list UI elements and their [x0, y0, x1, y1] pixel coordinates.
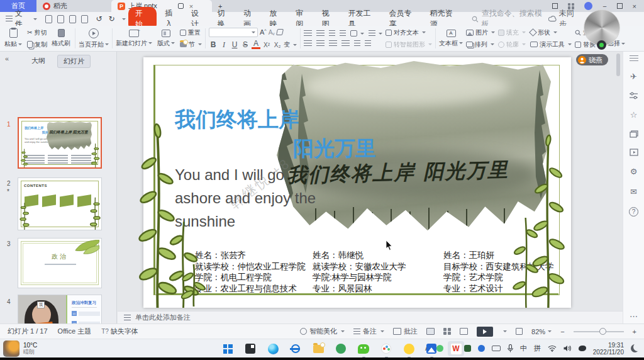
decrease-indent-icon[interactable] [329, 30, 335, 37]
distribute-icon[interactable] [354, 40, 360, 47]
rail-more-icon[interactable]: ⋯ [630, 312, 638, 321]
reading-view-button[interactable] [460, 328, 468, 335]
tray-globe-icon[interactable] [478, 345, 485, 352]
rail-beautify-icon[interactable]: ☆ [630, 110, 638, 120]
text-direction-button[interactable] [350, 30, 364, 37]
line-spacing-button[interactable] [369, 30, 382, 37]
outline-button[interactable]: 轮廓 [498, 40, 526, 49]
weather-widget[interactable]: 10°C晴朗 [0, 340, 37, 357]
layout-button[interactable]: 版式 [155, 30, 177, 48]
person-info-2[interactable]: 姓名：韩继悦就读学校：安徽农业大学学院:林学与园林学院专业：风景园林 [313, 250, 406, 294]
ime-language-indicator[interactable]: 中 [520, 344, 527, 353]
fill-button[interactable]: 填充 [498, 28, 526, 37]
slide-thumbnail-1[interactable]: 我们终将上岸阳光万里 You and I will go ashore and … [18, 117, 102, 169]
wechat-icon[interactable] [357, 342, 370, 355]
notes-toggle-button[interactable]: 备注 [353, 327, 384, 336]
increase-indent-icon[interactable] [340, 30, 346, 37]
superscript-button[interactable]: X² [262, 42, 271, 48]
rail-mail-icon[interactable]: ✉ [630, 187, 637, 196]
taskbar-clock[interactable]: 19:312022/11/20 [593, 342, 624, 356]
notes-bar[interactable]: 单击此处添加备注 [118, 311, 623, 323]
align-left-icon[interactable] [304, 40, 312, 47]
sorter-view-button[interactable] [443, 328, 451, 335]
clear-format-icon[interactable] [276, 29, 284, 35]
slideshow-play-button[interactable] [477, 327, 493, 337]
history-caret-icon[interactable] [122, 18, 126, 20]
text-effect-button[interactable]: 变 [284, 40, 297, 49]
tray-keyboard-icon[interactable] [492, 346, 501, 351]
reset-button[interactable]: 重置 [180, 28, 202, 37]
font-increase-button[interactable]: A^ [260, 28, 267, 36]
play-options-caret[interactable] [503, 330, 507, 332]
paste-button[interactable]: 粘贴 [3, 28, 24, 48]
theme-name[interactable]: Office 主题 [58, 327, 92, 336]
collaborator-badge[interactable]: 骁燕 [576, 54, 608, 65]
comments-button[interactable]: 批注 [393, 327, 418, 336]
qq-music-icon[interactable] [402, 342, 415, 355]
rail-gear-icon[interactable]: ⚙ [630, 167, 638, 176]
wps-taskbar-icon[interactable]: W [448, 341, 464, 356]
export-icon[interactable] [57, 15, 64, 23]
underline-button[interactable]: U [230, 40, 239, 49]
rail-share-icon[interactable]: ✈ [630, 72, 637, 81]
subscript-button[interactable]: X₂ [273, 42, 282, 48]
palette-app-icon[interactable] [380, 342, 392, 355]
font-decrease-button[interactable]: Av [269, 29, 275, 36]
tab-outline[interactable]: 大纲 [26, 55, 51, 68]
zoom-slider-knob[interactable] [599, 328, 606, 335]
format-painter-button[interactable]: 格式刷 [50, 29, 72, 48]
columns-icon[interactable] [365, 40, 371, 47]
shapes-button[interactable]: 形状 [530, 28, 572, 37]
tray-dark-green-icon[interactable] [464, 345, 471, 352]
ie-browser-icon[interactable] [289, 342, 302, 355]
arrange-button[interactable]: 排列 [466, 40, 495, 49]
rail-help-icon[interactable]: ? [629, 207, 638, 217]
strikethrough-button[interactable]: S [241, 40, 250, 49]
fit-slide-icon[interactable] [516, 328, 523, 335]
print-preview-icon[interactable] [81, 15, 88, 23]
collapse-panel-button[interactable]: « [5, 55, 9, 62]
volume-icon[interactable] [564, 345, 572, 352]
save-icon[interactable] [45, 15, 52, 23]
rail-menu-icon[interactable] [630, 55, 638, 61]
animation-indicator[interactable]: * [7, 188, 9, 195]
print-icon[interactable] [69, 15, 76, 23]
slide-thumbnail-3[interactable]: 政治 [18, 238, 102, 288]
zoom-slider[interactable] [574, 331, 624, 332]
align-text-button[interactable]: 对齐文本 [386, 28, 432, 37]
rail-settings-sliders-icon[interactable] [630, 92, 638, 99]
smart-beautify-button[interactable]: 智能美化 [300, 327, 345, 336]
slide-editing-area[interactable]: 我们终将上岸 阳光万里 我们终将上岸阳光万里 You and I will go… [143, 57, 571, 308]
play-from-page-button[interactable]: 当页开始 [79, 28, 109, 49]
redo-button[interactable]: ↻ [103, 14, 121, 23]
zoom-level[interactable]: 82% [531, 328, 552, 335]
rail-animation-icon[interactable] [630, 149, 638, 156]
font-color-button[interactable]: A [252, 40, 260, 49]
rail-slides-icon[interactable] [630, 130, 638, 138]
ime-pinyin-indicator[interactable]: 拼 [534, 344, 541, 353]
normal-view-button[interactable] [426, 328, 435, 335]
missing-font-warning[interactable]: T?缺失字体 [101, 327, 138, 336]
slide-thumbnail-2[interactable]: CONTENTS [18, 177, 102, 230]
task-view-icon[interactable] [244, 342, 257, 355]
tray-microphone-icon[interactable] [508, 344, 513, 352]
present-tools-button[interactable]: 演示工具 [530, 40, 572, 49]
new-slide-button[interactable]: + 新建幻灯片 [116, 30, 152, 48]
picture-button[interactable]: 图片 [466, 28, 495, 37]
align-right-icon[interactable] [329, 40, 337, 47]
file-explorer-icon[interactable] [312, 342, 325, 355]
section-button[interactable]: 节 [180, 40, 202, 49]
font-name-combo[interactable] [209, 28, 258, 37]
justify-icon[interactable] [341, 40, 350, 47]
canvas-scrollbar[interactable] [616, 53, 620, 308]
editing-canvas[interactable]: 骁燕 我们终将上岸 阳光万里 我们终将上岸阳光万里 You and I will… [117, 52, 623, 311]
zoom-out-button[interactable]: − [560, 328, 564, 335]
tray-touchpad-icon[interactable] [579, 346, 586, 351]
slide-title[interactable]: 我们终将上岸阳光万里 [175, 105, 394, 163]
tab-slides[interactable]: 幻灯片 [57, 55, 91, 68]
textbox-button[interactable]: A 文本框 [439, 30, 463, 48]
green-app-icon[interactable] [335, 342, 347, 355]
bold-button[interactable]: B [209, 40, 218, 49]
edge-browser-icon[interactable] [267, 342, 279, 355]
copy-button[interactable]: 复制 [27, 40, 47, 49]
